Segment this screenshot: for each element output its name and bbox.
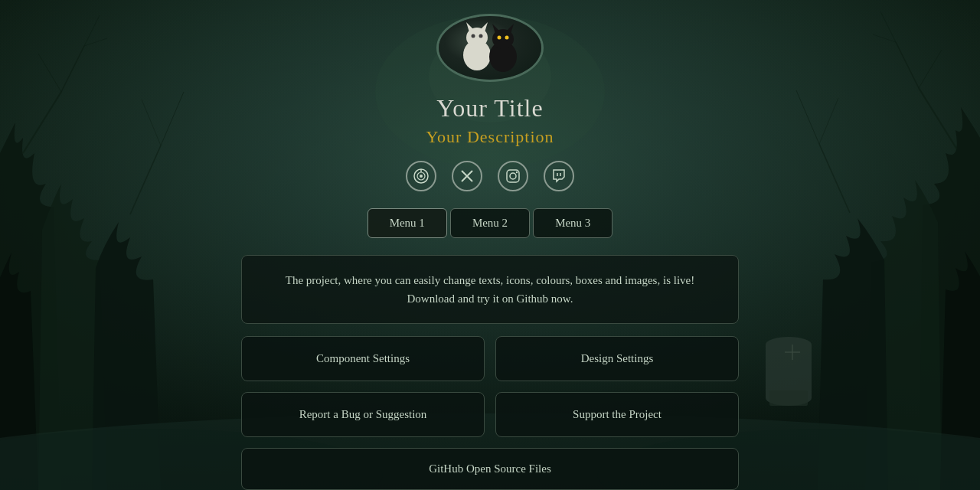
x-twitter-icon[interactable] xyxy=(452,161,482,191)
svg-point-47 xyxy=(516,172,518,173)
social-icons-bar xyxy=(406,161,574,191)
info-box: The project, where you can easily change… xyxy=(241,255,739,324)
page-description: Your Description xyxy=(426,127,554,147)
main-content: Your Title Your Description xyxy=(0,0,980,490)
info-text: The project, where you can easily change… xyxy=(265,271,715,308)
twitch-icon[interactable] xyxy=(544,161,574,191)
menu-item-2[interactable]: Menu 2 xyxy=(450,208,530,238)
svg-point-37 xyxy=(498,36,501,40)
bottom-row: GitHub Open Source Files xyxy=(241,448,739,490)
menu-bar: Menu 1 Menu 2 Menu 3 xyxy=(368,208,613,238)
spotify-icon[interactable] xyxy=(406,161,436,191)
menu-item-3[interactable]: Menu 3 xyxy=(533,208,612,238)
avatar-image xyxy=(439,16,541,80)
support-project-button[interactable]: Support the Project xyxy=(495,392,739,437)
menu-item-1[interactable]: Menu 1 xyxy=(368,208,447,238)
page-title: Your Title xyxy=(436,94,543,122)
svg-point-46 xyxy=(510,173,516,179)
svg-point-32 xyxy=(479,34,483,38)
svg-point-38 xyxy=(505,36,509,40)
svg-point-31 xyxy=(472,34,475,38)
action-buttons-grid: Component Settings Design Settings Repor… xyxy=(241,336,739,437)
component-settings-button[interactable]: Component Settings xyxy=(241,336,485,381)
report-bug-button[interactable]: Report a Bug or Suggestion xyxy=(241,392,485,437)
avatar xyxy=(436,14,544,82)
design-settings-button[interactable]: Design Settings xyxy=(495,336,739,381)
github-button[interactable]: GitHub Open Source Files xyxy=(241,448,739,490)
svg-point-41 xyxy=(420,175,423,178)
instagram-icon[interactable] xyxy=(498,161,528,191)
